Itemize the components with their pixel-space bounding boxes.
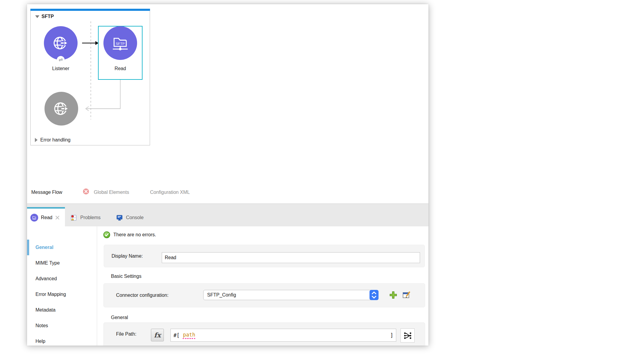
disabled-listener-node[interactable]: [44, 92, 78, 126]
sidebar-item-error-mapping[interactable]: Error Mapping: [35, 287, 66, 302]
sftp-read-tab-icon: [30, 214, 38, 222]
plus-icon: [389, 290, 398, 300]
tab-problems-label: Problems: [80, 215, 101, 220]
expression-fx-button[interactable]: fx: [151, 329, 164, 341]
properties-panel: General MIME Type Advanced Error Mapping…: [27, 226, 428, 346]
console-icon: [116, 214, 123, 221]
sftp-folder-icon: SFTP: [110, 33, 130, 53]
validation-status: There are no errors.: [103, 231, 156, 238]
display-name-input[interactable]: [162, 252, 420, 263]
sftp-icon-label: SFTP: [116, 42, 125, 45]
read-node-label: Read: [102, 66, 138, 71]
sftp-listener-node[interactable]: [44, 26, 78, 60]
connector-config-label: Connector configuration:: [116, 293, 168, 298]
globe-arrow-icon: [51, 33, 71, 53]
sidebar-item-metadata[interactable]: Metadata: [35, 302, 56, 318]
basic-settings-title: Basic Settings: [111, 274, 141, 279]
globe-arrow-icon: [51, 99, 71, 119]
edit-config-button[interactable]: [402, 290, 411, 300]
listener-node-label: Listener: [43, 66, 79, 71]
file-path-expression-input[interactable]: #[ path ]: [170, 329, 396, 342]
general-group: File Path: fx #[ path ]: [103, 322, 425, 346]
add-config-button[interactable]: [389, 290, 398, 300]
editor-view-tabs: Message Flow Global Elements Configurati…: [27, 189, 428, 198]
error-handling-label: Error handling: [40, 137, 71, 143]
tab-configuration-xml[interactable]: Configuration XML: [150, 190, 190, 195]
status-text: There are no errors.: [113, 232, 156, 238]
exchange-badge-icon: ⇌: [57, 56, 65, 64]
bottom-tab-strip: Read Problems Console: [27, 203, 428, 226]
message-flow-canvas[interactable]: SFTP: [27, 4, 428, 203]
sidebar-item-advanced[interactable]: Advanced: [35, 271, 57, 287]
connector-config-select[interactable]: SFTP_Config: [203, 290, 379, 300]
expand-error-handling-icon[interactable]: [35, 138, 38, 142]
expression-value: path: [183, 332, 195, 339]
tab-read-label: Read: [41, 215, 52, 220]
sidebar-item-mime-type[interactable]: MIME Type: [35, 255, 60, 271]
active-section-indicator: [27, 240, 29, 255]
display-name-group: Display Name:: [104, 245, 425, 267]
sftp-read-node[interactable]: SFTP: [103, 26, 137, 60]
tab-global-elements[interactable]: Global Elements: [94, 190, 129, 195]
properties-sidebar: General MIME Type Advanced Error Mapping…: [27, 226, 97, 346]
dataweave-transform-button[interactable]: [400, 328, 415, 343]
edit-icon: [402, 290, 411, 300]
basic-settings-group: Connector configuration: SFTP_Config: [103, 283, 425, 307]
display-name-label: Display Name:: [112, 253, 143, 259]
tab-message-flow[interactable]: Message Flow: [31, 190, 62, 195]
error-badge-icon: [83, 188, 89, 195]
connector-config-value: SFTP_Config: [207, 292, 236, 298]
expression-open: #[: [173, 332, 179, 338]
sidebar-item-notes[interactable]: Notes: [35, 318, 48, 334]
close-tab-icon[interactable]: [55, 215, 60, 220]
studio-window: SFTP: [27, 4, 428, 346]
flow-container: SFTP: [30, 9, 150, 145]
sidebar-item-help[interactable]: Help: [35, 334, 45, 346]
general-section-title: General: [111, 315, 128, 320]
tab-console-label: Console: [126, 215, 144, 220]
file-path-label: File Path:: [116, 331, 136, 337]
expression-close: ]: [390, 332, 393, 338]
sidebar-item-general[interactable]: General: [35, 240, 54, 255]
success-check-icon: [103, 231, 110, 238]
tab-problems[interactable]: Problems: [70, 209, 101, 227]
select-stepper-icon: [370, 290, 379, 300]
tab-read[interactable]: Read: [27, 207, 65, 227]
tab-console[interactable]: Console: [116, 209, 144, 227]
problems-icon: [70, 214, 77, 221]
transform-flow-icon: [403, 331, 412, 340]
